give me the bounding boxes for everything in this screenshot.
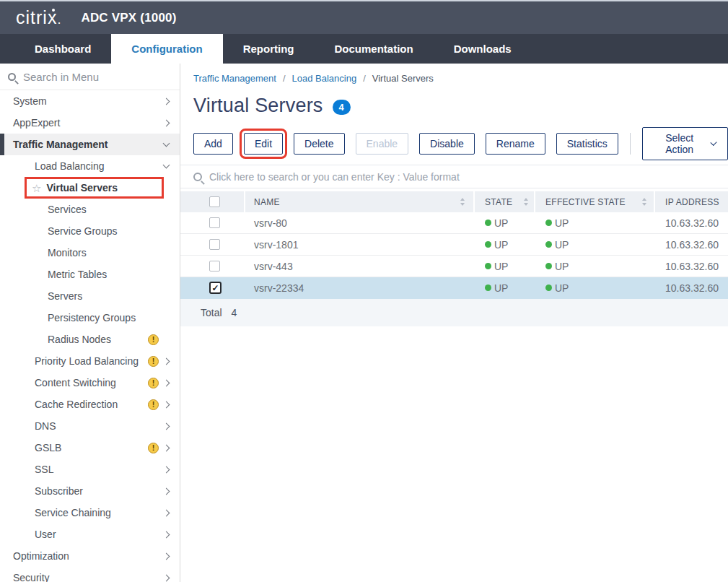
table-row-vsrv-1801[interactable]: vsrv-1801UPUP10.63.32.60 <box>180 234 728 256</box>
status-up-icon <box>545 220 552 226</box>
sort-icon[interactable] <box>460 198 465 206</box>
status-up-icon <box>545 285 552 291</box>
chevron-right-icon <box>163 531 170 538</box>
sort-icon[interactable] <box>642 198 646 206</box>
sidebar-item-optimization[interactable]: Optimization <box>0 545 180 567</box>
column-header-state[interactable]: STATE <box>475 191 535 212</box>
sidebar-item-services[interactable]: Services <box>0 199 180 220</box>
state-indicator: UP <box>485 261 508 272</box>
breadcrumb-item-traffic-management[interactable]: Traffic Management <box>193 73 276 84</box>
sidebar-item-persistency-groups[interactable]: Persistency Groups <box>0 307 180 329</box>
sort-icon[interactable] <box>524 198 528 206</box>
table-row-vsrv-443[interactable]: vsrv-443UPUP10.63.32.60 <box>180 256 728 277</box>
status-up-icon <box>485 241 491 248</box>
chevron-down-icon <box>710 139 716 145</box>
breadcrumb-separator: / <box>363 73 366 84</box>
sidebar-item-ssl[interactable]: SSL <box>0 459 180 480</box>
sidebar-item-servers[interactable]: Servers <box>0 285 180 307</box>
sidebar-item-label: Security <box>13 572 50 582</box>
disable-button[interactable]: Disable <box>419 133 475 155</box>
product-title: ADC VPX (1000) <box>81 11 176 25</box>
sidebar-item-label: SSL <box>35 464 53 475</box>
menu-search-input[interactable]: Search in Menu <box>0 64 180 90</box>
sidebar-item-label: AppExpert <box>13 117 60 129</box>
sidebar-item-load-balancing[interactable]: Load Balancing <box>0 155 180 177</box>
sidebar-item-service-groups[interactable]: Service Groups <box>0 220 180 242</box>
breadcrumb-item-load-balancing[interactable]: Load Balancing <box>292 73 357 84</box>
status-up-icon <box>485 285 491 291</box>
sidebar-item-label: GSLB <box>35 442 61 453</box>
chevron-right-icon <box>163 401 170 408</box>
tab-configuration[interactable]: Configuration <box>111 34 222 64</box>
row-checkbox[interactable]: ✓ <box>209 282 222 294</box>
row-select-cell: ✓ <box>180 277 245 298</box>
active-indicator <box>0 134 4 155</box>
sidebar-item-system[interactable]: System <box>0 90 180 112</box>
add-button[interactable]: Add <box>193 133 233 155</box>
sidebar-item-priority-load-balancing[interactable]: Priority Load Balancing! <box>0 350 180 372</box>
sidebar-item-content-switching[interactable]: Content Switching! <box>0 372 180 394</box>
sidebar-item-label: Priority Load Balancing <box>35 355 139 367</box>
menu-search-placeholder: Search in Menu <box>23 71 99 83</box>
sidebar-item-subscriber[interactable]: Subscriber <box>0 480 180 502</box>
effective-state-cell: UP <box>535 277 655 298</box>
delete-button[interactable]: Delete <box>294 133 344 155</box>
tab-documentation[interactable]: Documentation <box>315 34 434 64</box>
effective-state-cell: UP <box>535 234 655 255</box>
effective-state-value: UP <box>555 261 569 272</box>
table-search-input[interactable]: Click here to search or you can enter Ke… <box>180 165 728 188</box>
edit-button[interactable]: Edit <box>244 133 283 155</box>
row-select-cell <box>180 212 245 233</box>
sidebar-item-dns[interactable]: DNS <box>0 415 180 437</box>
sidebar-item-metric-tables[interactable]: Metric Tables <box>0 264 180 285</box>
sidebar-item-appexpert[interactable]: AppExpert <box>0 112 180 134</box>
sidebar-item-radius-nodes[interactable]: Radius Nodes! <box>0 329 180 350</box>
sidebar-item-label: Services <box>48 204 87 215</box>
title-row: Virtual Servers 4 <box>193 95 728 117</box>
sidebar-item-virtual-servers[interactable]: ☆Virtual Servers <box>0 177 180 199</box>
sidebar-item-label: Traffic Management <box>13 139 108 150</box>
tab-dashboard[interactable]: Dashboard <box>14 34 111 64</box>
table-row-vsrv-22334[interactable]: ✓vsrv-22334UPUP10.63.32.60 <box>180 277 728 299</box>
sidebar-item-security[interactable]: Security <box>0 567 180 582</box>
state-indicator: UP <box>545 282 569 294</box>
sidebar-item-cache-redirection[interactable]: Cache Redirection! <box>0 394 180 415</box>
row-checkbox[interactable] <box>209 239 220 250</box>
table-row-vsrv-80[interactable]: vsrv-80UPUP10.63.32.60 <box>180 212 728 234</box>
statistics-button[interactable]: Statistics <box>556 133 618 155</box>
sidebar-item-traffic-management[interactable]: Traffic Management <box>0 134 180 155</box>
warning-icon: ! <box>148 334 159 345</box>
ip-address-cell: 10.63.32.60 <box>655 277 728 298</box>
column-header-ip-address: IP ADDRESS <box>655 191 728 212</box>
sidebar-item-label: Service Chaining <box>35 507 111 518</box>
sidebar-item-label: Cache Redirection <box>35 399 118 410</box>
enable-button: Enable <box>356 133 409 155</box>
tab-reporting[interactable]: Reporting <box>223 34 315 64</box>
chevron-right-icon <box>163 509 170 516</box>
state-cell: UP <box>475 212 535 233</box>
tab-downloads[interactable]: Downloads <box>434 34 532 64</box>
sidebar-item-label: Radius Nodes <box>48 334 111 345</box>
name-cell: vsrv-1801 <box>245 234 475 255</box>
row-checkbox[interactable] <box>209 217 220 228</box>
state-value: UP <box>494 282 508 294</box>
select-all-checkbox[interactable] <box>209 196 220 207</box>
column-header-label: NAME <box>254 197 280 207</box>
sidebar-item-user[interactable]: User <box>0 524 180 545</box>
sidebar-item-gslb[interactable]: GSLB! <box>0 437 180 459</box>
effective-state-value: UP <box>555 217 569 229</box>
sidebar-item-service-chaining[interactable]: Service Chaining <box>0 502 180 524</box>
column-header-effective-state[interactable]: EFFECTIVE STATE <box>535 191 655 212</box>
sidebar-item-monitors[interactable]: Monitors <box>0 242 180 264</box>
state-cell: UP <box>475 277 535 298</box>
state-indicator: UP <box>485 282 508 294</box>
select-action-button[interactable]: Select Action <box>642 127 728 160</box>
sidebar-item-label: Load Balancing <box>35 160 105 172</box>
column-header-name[interactable]: NAME <box>245 191 475 212</box>
ip-address: 10.63.32.60 <box>665 261 719 272</box>
main-panel: Traffic Management/Load Balancing/Virtua… <box>180 64 728 582</box>
warning-icon: ! <box>148 443 159 453</box>
rename-button[interactable]: Rename <box>486 133 545 155</box>
table-header-row: NAMESTATEEFFECTIVE STATEIP ADDRESS <box>180 191 728 212</box>
row-checkbox[interactable] <box>209 261 220 272</box>
